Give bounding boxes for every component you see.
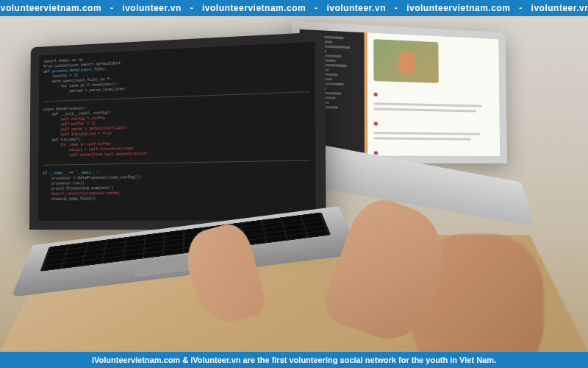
primary-laptop-screen: import numpy as np from collections impo… (29, 32, 326, 230)
domain-link-1: ivolunteervietnam.com (0, 3, 101, 13)
webpage-hero-image (373, 39, 439, 83)
webpage-preview (364, 32, 500, 156)
separator: - (395, 3, 398, 13)
terminal-code: import numpy as np from collections impo… (38, 42, 316, 207)
secondary-laptop (301, 31, 551, 237)
separator: - (190, 3, 194, 13)
separator: - (315, 3, 318, 13)
domain-link-2: ivolunteer.vn (531, 3, 588, 13)
bottom-banner: iVolunteervietnam.com & iVolunteer.vn ar… (0, 352, 588, 368)
domain-link-1: ivolunteervietnam.com (406, 3, 510, 13)
top-banner: ivolunteervietnam.com - ivolunteer.vn - … (0, 0, 588, 16)
separator: - (519, 3, 523, 13)
hero-photo: import numpy as np from collections impo… (0, 16, 588, 352)
primary-laptop: import numpy as np from collections impo… (29, 46, 338, 340)
domain-link-2: ivolunteer.vn (326, 3, 386, 13)
tagline-text: iVolunteervietnam.com & iVolunteer.vn ar… (92, 355, 496, 364)
separator: - (110, 3, 114, 13)
domain-link-2: ivolunteer.vn (122, 3, 182, 13)
domain-link-1: ivolunteervietnam.com (202, 3, 306, 13)
